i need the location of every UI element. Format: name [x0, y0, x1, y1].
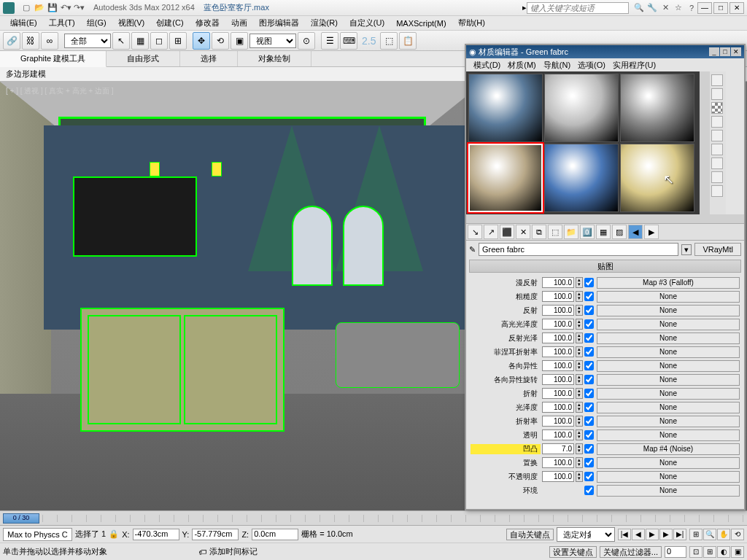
- menu-create[interactable]: 创建(C): [152, 16, 187, 30]
- map-amount[interactable]: 100.0: [542, 429, 574, 440]
- spinner-icon[interactable]: ▴▾: [576, 457, 583, 468]
- go-forward-icon[interactable]: ▶: [644, 225, 659, 239]
- manipulate-icon[interactable]: ☰: [321, 32, 338, 50]
- minimize-button[interactable]: —: [697, 2, 712, 14]
- x-coord[interactable]: -470.3cm: [133, 529, 179, 540]
- material-type-button[interactable]: VRayMtl: [694, 243, 741, 256]
- sample-type-icon[interactable]: [711, 74, 723, 86]
- map-slot-button[interactable]: None: [597, 346, 740, 358]
- y-coord[interactable]: -57.779cm: [192, 529, 239, 540]
- fov-icon[interactable]: ◐: [717, 546, 730, 558]
- me-menu-modes[interactable]: 模式(D): [471, 59, 503, 71]
- background-icon[interactable]: [711, 102, 723, 114]
- autokey-button[interactable]: 自动关键点: [506, 529, 554, 540]
- open-icon[interactable]: 📂: [34, 2, 45, 14]
- scale-icon[interactable]: ▣: [231, 32, 248, 50]
- map-enable[interactable]: [584, 375, 594, 384]
- backlight-icon[interactable]: [711, 88, 723, 100]
- map-slot-button[interactable]: None: [597, 388, 740, 400]
- me-close[interactable]: ✕: [731, 47, 741, 56]
- spinner-icon[interactable]: ▴▾: [576, 443, 583, 454]
- map-enable[interactable]: [584, 333, 594, 343]
- menu-modifiers[interactable]: 修改器: [191, 16, 224, 30]
- spinner-icon[interactable]: ▴▾: [576, 416, 583, 427]
- spinner-icon[interactable]: ▴▾: [576, 374, 583, 385]
- tab-selection[interactable]: 选择: [180, 51, 238, 66]
- viewport-nav-icon[interactable]: ⊞: [689, 529, 703, 540]
- viewport-label[interactable]: [ + ] [ 透视 ] [ 真实 + 高光 + 边面 ]: [6, 86, 114, 96]
- menu-rendering[interactable]: 渲染(R): [306, 16, 342, 30]
- app-icon[interactable]: [3, 2, 15, 14]
- keyboard-icon[interactable]: ⌨: [340, 32, 357, 50]
- map-slot-button[interactable]: Map #4 (Noise): [597, 443, 740, 455]
- options-icon[interactable]: [711, 158, 723, 169]
- map-enable[interactable]: [584, 444, 594, 454]
- map-enable[interactable]: [584, 389, 594, 398]
- keyfilter-button[interactable]: 关键点过滤器...: [600, 546, 662, 558]
- map-enable[interactable]: [584, 319, 594, 329]
- selection-filter[interactable]: 全部: [64, 34, 111, 48]
- material-name-input[interactable]: [479, 243, 678, 256]
- map-enable[interactable]: [584, 458, 594, 467]
- prev-frame-icon[interactable]: ◀: [632, 529, 645, 540]
- assign-icon[interactable]: ⬛: [500, 225, 514, 239]
- menu-animation[interactable]: 动画: [227, 16, 252, 30]
- snap-icon[interactable]: ⬚: [380, 32, 398, 50]
- undo-icon[interactable]: ↶▾: [60, 2, 71, 14]
- favorite-icon[interactable]: ☆: [673, 2, 684, 14]
- pick-icon[interactable]: ✎: [469, 245, 476, 254]
- window-crossing-icon[interactable]: ⊞: [169, 32, 187, 50]
- named-sets-icon[interactable]: 📋: [399, 32, 417, 50]
- map-enable[interactable]: [584, 430, 594, 440]
- menu-grapheditors[interactable]: 图形编辑器: [255, 16, 303, 30]
- setkey-button[interactable]: 设置关键点: [549, 546, 597, 558]
- get-material-icon[interactable]: ↘: [468, 225, 482, 239]
- slots-hscrollbar[interactable]: [466, 214, 744, 223]
- key-icon[interactable]: 🔧: [646, 2, 658, 14]
- me-menu-utilities[interactable]: 实用程序(U): [610, 59, 659, 71]
- map-slot-button[interactable]: None: [597, 471, 740, 483]
- zoom-all-icon[interactable]: ⊞: [703, 546, 716, 558]
- unlink-icon[interactable]: ⛓: [22, 32, 39, 50]
- map-amount[interactable]: 100.0: [542, 346, 574, 357]
- map-enable[interactable]: [584, 361, 594, 370]
- menu-view[interactable]: 视图(V): [114, 16, 150, 30]
- exchange-icon[interactable]: ✕: [659, 2, 671, 14]
- video-check-icon[interactable]: [711, 130, 723, 141]
- min-max-icon[interactable]: ⊡: [689, 546, 703, 558]
- sample-uv-icon[interactable]: [711, 116, 723, 128]
- ref-coord-dropdown[interactable]: 视图: [249, 34, 296, 48]
- map-amount[interactable]: 100.0: [542, 402, 574, 413]
- map-slot-button[interactable]: Map #3 (Falloff): [597, 277, 740, 289]
- map-enable[interactable]: [584, 472, 594, 481]
- map-enable[interactable]: [584, 292, 594, 301]
- spinner-icon[interactable]: ▴▾: [576, 402, 583, 413]
- spinner-icon[interactable]: ▴▾: [576, 388, 583, 399]
- map-slot-button[interactable]: None: [597, 374, 740, 386]
- search-input[interactable]: [527, 2, 629, 14]
- map-amount[interactable]: 100.0: [542, 277, 574, 288]
- select-by-mat-icon[interactable]: [711, 171, 723, 183]
- map-amount[interactable]: 100.0: [542, 360, 574, 371]
- map-amount[interactable]: 100.0: [542, 305, 574, 316]
- map-slot-button[interactable]: None: [597, 291, 740, 303]
- map-slot-button[interactable]: None: [597, 332, 740, 344]
- current-frame[interactable]: 0: [665, 546, 686, 558]
- map-enable[interactable]: [584, 402, 594, 412]
- mat-slot-6[interactable]: [620, 144, 694, 212]
- map-amount[interactable]: 100.0: [542, 374, 574, 385]
- bind-icon[interactable]: ∞: [41, 32, 58, 50]
- spinner-icon[interactable]: ▴▾: [576, 471, 583, 482]
- map-amount[interactable]: 100.0: [542, 332, 574, 343]
- map-amount[interactable]: 100.0: [542, 291, 574, 302]
- slots-scrollbar[interactable]: [700, 71, 710, 214]
- time-slider[interactable]: 0 / 30: [3, 513, 39, 524]
- maps-rollout-header[interactable]: 贴图: [469, 260, 741, 273]
- play-icon[interactable]: ▶: [646, 529, 659, 540]
- map-amount[interactable]: 100.0: [542, 388, 574, 399]
- map-slot-button[interactable]: None: [597, 457, 740, 469]
- close-button[interactable]: ✕: [729, 2, 744, 14]
- map-enable[interactable]: [584, 486, 594, 495]
- key-target[interactable]: 选定对象: [557, 527, 615, 542]
- show-map-icon[interactable]: ▦: [596, 225, 611, 239]
